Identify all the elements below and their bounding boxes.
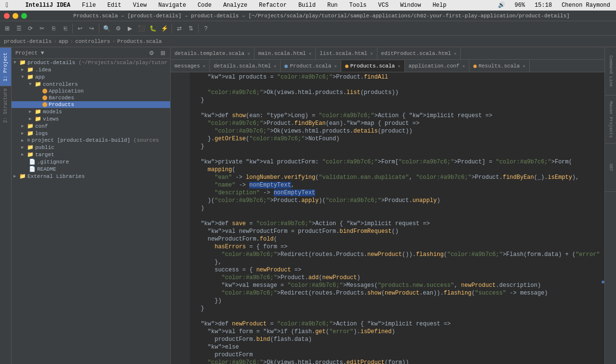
menu-refactor[interactable]: Refactor [257,2,289,9]
editor-tab-row1: details.template.scala ✕ main.scala.html… [171,47,604,60]
tab-results-scala[interactable]: Results.scala ✕ [469,60,530,72]
tab-editproduct-html[interactable]: editProduct.scala.html ✕ [377,48,461,59]
close-button[interactable] [4,13,10,19]
toolbar-btn-10[interactable]: ▶ [124,23,135,34]
menu-vcs[interactable]: VCS [376,2,391,9]
breadcrumb-sep-3: › [112,39,116,44]
toolbar-btn-search[interactable]: 🔍 [101,23,112,34]
folder-icon: 📁 [27,74,34,80]
menu-tools[interactable]: Tools [348,2,369,9]
tree-item-gitignore[interactable]: 📄 .gitignore [12,158,170,165]
tree-label: .idea [35,67,51,73]
toolbar-btn-3[interactable]: ⟳ [25,23,36,34]
tab-messages[interactable]: messages ✕ [171,60,210,72]
tab-close-icon[interactable]: ✕ [370,51,373,56]
breadcrumb-controllers[interactable]: controllers [75,39,110,44]
tree-item-readme[interactable]: 📄 README [12,165,170,173]
breadcrumb-product-details[interactable]: product-details [4,39,52,44]
code-editor: "kw">val products = "color:#a9b7c6;">Pro… [171,72,604,364]
code-content[interactable]: "kw">val products = "color:#a9b7c6;">Pro… [190,72,601,364]
tree-item-public[interactable]: ▶ 📁 public [12,144,170,151]
tree-label: target [35,152,54,158]
toolbar-btn-8[interactable]: ↪ [86,23,97,34]
menu-code[interactable]: Code [196,2,214,9]
tab-label: application.conf [409,63,460,69]
right-tab-maven[interactable]: Maven Projects [605,95,616,144]
tree-item-application[interactable]: Application [12,88,170,94]
toolbar-btn-help[interactable]: ? [201,23,211,34]
folder-icon: 📁 [19,59,26,66]
left-tab-project[interactable]: 1: Project [0,47,11,86]
toolbar-btn-12[interactable]: 🐛 [147,23,158,34]
file-icon: 📄 [29,166,36,172]
tab-label: details.template.scala [174,51,244,56]
menu-run[interactable]: Run [325,2,340,9]
toolbar-btn-vcs2[interactable]: ⇅ [186,23,196,34]
tree-item-idea[interactable]: ▶ 📁 .idea [12,66,170,73]
apple-menu[interactable]:  [4,1,12,9]
menu-view[interactable]: View [131,2,149,9]
toolbar-btn-5[interactable]: ⎘ [48,23,59,34]
toolbar-btn-6[interactable]: ⎗ [60,23,70,34]
tab-main-html[interactable]: main.scala.html ✕ [254,48,316,59]
tab-close-icon[interactable]: ✕ [274,64,276,69]
tree-item-conf[interactable]: ▶ 📁 conf [12,122,170,130]
menu-window[interactable]: Window [398,2,423,9]
tree-item-models[interactable]: ▶ 📁 models [12,108,170,115]
tab-list-html[interactable]: list.scala.html ✕ [316,48,377,59]
tree-label: External Libraries [27,174,85,179]
menu-right: 🔊 96% 15:18 Chenon Raymond [496,1,612,9]
expand-arrow: ▶ [21,152,27,157]
tab-products-scala[interactable]: Products.scala ✕ [341,60,405,72]
tree-item-ext-libs[interactable]: ▶ 📁 External Libraries [12,173,170,180]
folder-icon: 📁 [27,67,34,73]
right-tab-strip: Command Line Maven Projects SBT [604,47,616,364]
tab-application-conf[interactable]: application.conf ✕ [405,60,469,72]
tree-item-project-build[interactable]: ▶ ≡ project [product-details-build] (sou… [12,137,170,144]
sidebar-layout-icon[interactable]: ⊞ [158,48,168,58]
breadcrumb-file[interactable]: Products.scala [117,39,161,44]
tab-close-icon[interactable]: ✕ [462,64,465,69]
menu-navigate[interactable]: Navigate [156,2,188,9]
tab-details-template[interactable]: details.template.scala ✕ [171,48,254,59]
right-tab-command-line[interactable]: Command Line [605,47,616,95]
toolbar-btn-vcs[interactable]: ⇄ [174,23,185,34]
tree-item-products[interactable]: Products [12,101,170,108]
tab-details-scala[interactable]: details.scala.html ✕ [210,60,281,72]
menu-help[interactable]: Help [430,2,448,9]
toolbar-btn-1[interactable]: ⊞ [2,23,13,34]
tree-item-target[interactable]: ▶ 📁 target [12,151,170,158]
toolbar-btn-13[interactable]: ⚡ [159,23,170,34]
toolbar-btn-4[interactable]: ✂ [37,23,47,34]
toolbar-btn-11[interactable]: ⬛ [136,23,147,34]
app-name[interactable]: IntelliJ IDEA [23,2,72,9]
sidebar-gear-icon[interactable]: ⚙ [146,48,157,58]
tree-item-barcodes[interactable]: Barcodes [12,94,170,101]
left-tab-structure[interactable]: 2: Structure [0,86,11,124]
toolbar-btn-2[interactable]: ☰ [13,23,24,34]
tree-item-app[interactable]: ▼ 📁 app [12,73,170,81]
maximize-button[interactable] [21,13,27,19]
tab-product-scala[interactable]: Product.scala ✕ [281,60,341,72]
traffic-lights [4,13,27,19]
tree-item-product-details[interactable]: ▼ 📁 product-details (~/Projects/scala/pl… [12,59,170,66]
tab-close-icon[interactable]: ✕ [309,51,311,56]
breadcrumb-app[interactable]: app [59,39,68,44]
tree-item-views[interactable]: ▶ 📁 views [12,115,170,122]
tab-close-icon[interactable]: ✕ [203,64,205,69]
tab-close-icon[interactable]: ✕ [398,64,400,69]
toolbar-btn-9[interactable]: ⚙ [113,23,123,34]
right-tab-sbt[interactable]: SBT [605,144,616,192]
tab-close-icon[interactable]: ✕ [522,64,525,69]
minimize-button[interactable] [13,13,18,19]
menu-edit[interactable]: Edit [106,2,123,9]
tree-item-controllers[interactable]: ▼ 📁 controllers [12,81,170,88]
menu-analyze[interactable]: Analyze [221,2,249,9]
menu-file[interactable]: File [80,2,98,9]
tab-close-icon[interactable]: ✕ [454,51,456,56]
toolbar-btn-7[interactable]: ↩ [75,23,85,34]
tree-item-logs[interactable]: ▶ 📁 logs [12,130,170,137]
menu-build[interactable]: Build [296,2,318,9]
tab-close-icon[interactable]: ✕ [247,51,250,56]
tab-close-icon[interactable]: ✕ [334,64,336,69]
